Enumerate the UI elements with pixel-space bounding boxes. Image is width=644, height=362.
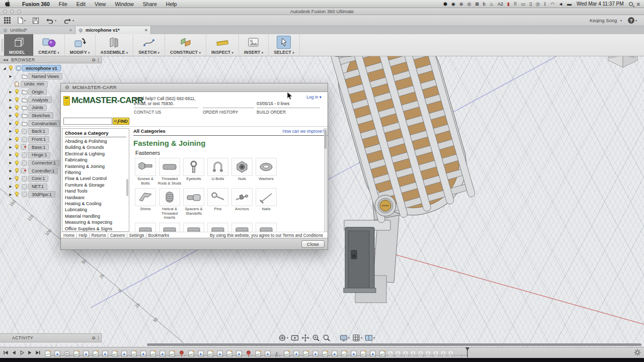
footer-link-careers[interactable]: Careers xyxy=(110,233,125,238)
order-history-link[interactable]: ORDER HISTORY xyxy=(203,108,254,115)
ribbon-group-model[interactable]: MODEL ▾ xyxy=(4,34,33,56)
category-link[interactable]: Electrical & Lighting xyxy=(65,151,126,157)
visibility-bulb-icon[interactable] xyxy=(13,176,21,182)
timeline-playhead[interactable] xyxy=(465,347,470,357)
ribbon-group-assemble[interactable]: ASSEMBLE ▾ xyxy=(96,34,134,56)
globe-app-icon[interactable]: ⊕ xyxy=(459,0,463,8)
menu-item-file[interactable]: File xyxy=(54,1,72,7)
ribbon-group-create[interactable]: CREATE ▾ xyxy=(33,34,64,56)
footer-link-settings[interactable]: Settings xyxy=(129,233,144,238)
product-washer[interactable]: Washers xyxy=(254,158,278,186)
record-app-icon[interactable]: ◉ xyxy=(451,0,455,8)
category-link[interactable]: Filtering xyxy=(65,169,126,175)
document-tab-microphonev1[interactable]: microphone v1*× xyxy=(75,26,151,34)
category-link[interactable]: Measuring & Inspecting xyxy=(65,219,126,225)
browser-item-named-views[interactable]: ▶Named Views xyxy=(0,72,106,80)
box-app-icon[interactable]: ⊠ xyxy=(475,0,479,8)
tab-close-icon[interactable]: × xyxy=(145,28,147,33)
category-link[interactable]: Heating & Cooling xyxy=(65,201,126,207)
browser-item-label[interactable]: Sketches xyxy=(28,112,53,119)
visibility-bulb-icon[interactable] xyxy=(13,137,21,142)
visibility-bulb-icon[interactable] xyxy=(13,144,21,150)
expand-arrow-icon[interactable]: ◢ xyxy=(2,66,7,70)
go-to-end-button[interactable] xyxy=(35,350,41,355)
document-tab-Untitled[interactable]: Untitled*× xyxy=(0,26,75,34)
wifi-icon[interactable]: ◠ xyxy=(550,0,554,8)
menu-item-edit[interactable]: Edit xyxy=(72,1,90,7)
microphone-model[interactable] xyxy=(325,56,478,303)
expand-arrow-icon[interactable]: ▶ xyxy=(8,161,13,165)
close-button[interactable]: Close xyxy=(301,240,325,248)
browser-item-label[interactable]: Construction xyxy=(28,120,60,127)
toolbar-grip[interactable] xyxy=(0,34,4,56)
visibility-bulb-icon[interactable] xyxy=(7,65,15,71)
footer-link-home[interactable]: Home xyxy=(63,233,74,238)
battery-icon[interactable]: ▬ xyxy=(567,0,572,8)
help-icon[interactable]: ? xyxy=(628,17,634,24)
footer-link-returns[interactable]: Returns xyxy=(92,233,106,238)
product-partial[interactable] xyxy=(254,223,278,232)
menu-item-share[interactable]: Share xyxy=(138,1,162,7)
product-spacer[interactable]: Spacers & Standoffs xyxy=(182,188,206,220)
launchpad-icon[interactable]: ⠿ xyxy=(514,0,517,8)
panel-minimize-icon[interactable]: ⊖ xyxy=(92,335,96,340)
browser-item-label[interactable]: Base:1 xyxy=(28,144,49,150)
expand-arrow-icon[interactable]: ▶ xyxy=(8,90,13,94)
ribbon-group-modify[interactable]: MODIFY ▾ xyxy=(65,34,96,56)
product-bolt[interactable]: Screws & Bolts xyxy=(133,158,157,186)
product-partial[interactable] xyxy=(206,223,230,232)
ribbon-group-select[interactable]: SELECT ▾ xyxy=(269,34,300,56)
visibility-bulb-icon[interactable] xyxy=(13,160,21,166)
product-anchor[interactable]: Anchors xyxy=(230,188,254,220)
category-link[interactable]: Lubricating xyxy=(65,207,126,213)
timeline-settings-gear-icon[interactable] xyxy=(634,349,641,356)
category-scrollbar[interactable] xyxy=(126,179,128,196)
expand-arrow-icon[interactable]: ▶ xyxy=(8,106,13,110)
expand-arrow-icon[interactable]: ▶ xyxy=(8,185,13,189)
expand-arrow-icon[interactable]: ▶ xyxy=(8,98,13,102)
browser-item-label[interactable]: Controller:1 xyxy=(28,167,58,174)
display-tool-icon[interactable]: ▾ xyxy=(340,334,350,342)
dialog-scrollbar[interactable] xyxy=(324,128,327,232)
menu-item-help[interactable]: Help xyxy=(162,1,182,7)
improve-link[interactable]: How can we improve? xyxy=(282,129,328,134)
expand-arrow-icon[interactable]: ▶ xyxy=(8,122,13,126)
go-to-start-button[interactable] xyxy=(3,350,9,355)
browser-item-label[interactable]: Units: mm xyxy=(21,81,48,87)
browser-item-label[interactable]: Hinge:1 xyxy=(28,152,50,158)
expand-arrow-icon[interactable]: ▶ xyxy=(8,145,13,149)
lookat-tool-icon[interactable] xyxy=(291,334,299,342)
category-link[interactable]: Hardware xyxy=(65,195,126,201)
browser-item-label[interactable]: Origin xyxy=(28,88,47,95)
expand-arrow-icon[interactable]: ▶ xyxy=(8,153,13,157)
collapse-panel-icon[interactable]: ◀◀ xyxy=(3,58,8,61)
category-link[interactable]: Furniture & Storage xyxy=(65,182,126,188)
expand-arrow-icon[interactable]: ▶ xyxy=(8,114,13,118)
apple-menu-icon[interactable] xyxy=(5,1,11,7)
browser-item-label[interactable]: Named Views xyxy=(28,73,62,79)
menu-clock[interactable]: Wed Mar 4 11:37 PM xyxy=(576,1,625,7)
visibility-bulb-icon[interactable] xyxy=(13,184,21,190)
browser-item-microphone-v1[interactable]: ◢microphone v1 xyxy=(0,64,106,72)
menu-item-view[interactable]: View xyxy=(90,1,111,7)
save-icon[interactable] xyxy=(33,18,39,24)
expand-arrow-icon[interactable]: ▶ xyxy=(8,129,13,133)
mcmaster-dialog-title-bar[interactable]: ⊖ MCMASTER-CARR xyxy=(61,83,328,92)
browser-item-label[interactable]: Connector:1 xyxy=(28,160,59,166)
category-link[interactable]: Fastening & Joining xyxy=(65,163,126,169)
product-rod[interactable]: Threaded Rods & Studs xyxy=(157,158,182,186)
browser-item-label[interactable]: Core:1 xyxy=(28,175,48,182)
zoom-tool-icon[interactable] xyxy=(312,334,320,342)
product-shim[interactable]: Shims xyxy=(133,188,157,220)
input-source-icon[interactable]: A2 xyxy=(498,0,503,8)
timeline-scrollbar[interactable] xyxy=(147,343,641,346)
product-eyebolt[interactable]: Eyebolts xyxy=(182,158,206,186)
product-partial[interactable] xyxy=(157,223,182,232)
category-link[interactable]: Flow & Level Control xyxy=(65,175,126,182)
category-link[interactable]: Building & Grounds xyxy=(65,144,126,150)
expand-arrow-icon[interactable]: ▶ xyxy=(8,137,13,141)
data-panel-icon[interactable] xyxy=(4,17,11,24)
menu-item-window[interactable]: Window xyxy=(110,1,138,7)
search-input[interactable] xyxy=(63,118,112,125)
browser-item-label[interactable]: microphone v1 xyxy=(22,65,61,71)
